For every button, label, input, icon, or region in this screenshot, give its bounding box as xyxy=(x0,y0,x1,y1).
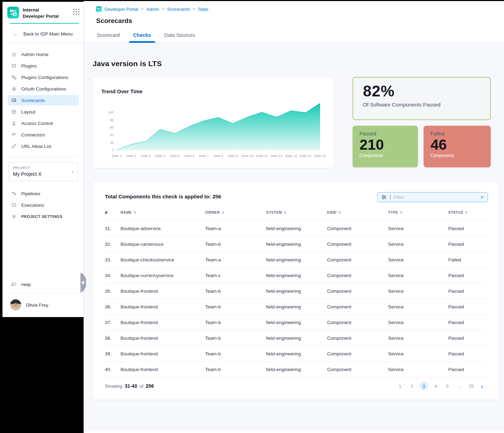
svg-text:Date 4: Date 4 xyxy=(155,154,165,158)
sidebar-item-oauth-configurations[interactable]: OAuth Configurations xyxy=(8,84,79,94)
page-ellipsis: ... xyxy=(455,382,464,390)
sidebar-item-project-settings[interactable]: PROJECT SETTINGS xyxy=(8,211,79,222)
page-number[interactable]: 2 xyxy=(408,382,416,390)
page-number[interactable]: 4 xyxy=(432,382,440,390)
column-header-type[interactable]: TYPE⇅ xyxy=(388,210,448,214)
chevron-right-icon: › xyxy=(72,168,74,175)
filter-input[interactable]: Filter ✕ xyxy=(377,192,488,202)
sort-icon[interactable]: ⇅ xyxy=(338,211,341,214)
sort-icon[interactable]: ⇅ xyxy=(400,211,403,214)
sidebar-item-plugins[interactable]: Plugins xyxy=(8,61,79,71)
user-profile[interactable]: Olivia Frey xyxy=(3,295,84,317)
svg-text:80: 80 xyxy=(110,118,114,122)
breadcrumb: Developer Portal > Admin > Scorecards > … xyxy=(96,6,504,12)
sidebar-item-admin-home[interactable]: Admin Home xyxy=(8,49,79,60)
tab-scorecard[interactable]: Scorecard xyxy=(97,32,120,42)
pagination: Showing 31-40 of 256 1 2 3 4 5 ... 25 › xyxy=(105,377,487,395)
svg-text:100: 100 xyxy=(108,110,114,114)
admin-nav: Admin Home Plugins Plugins Configuration… xyxy=(3,43,84,152)
breadcrumb-separator: > xyxy=(193,7,195,11)
app-switcher-icon[interactable] xyxy=(73,9,79,15)
svg-text:Date 7: Date 7 xyxy=(199,154,209,158)
table-row[interactable]: 36.Boutique-frontendTeam-bfield-engineer… xyxy=(105,299,487,314)
sidebar: Internal Developer Portal ← Back to IDP … xyxy=(3,2,84,317)
column-header-name[interactable]: NAME⇅ xyxy=(121,210,205,214)
tab-bar: Scorecard Checks Data Sources xyxy=(96,32,504,42)
developer-portal-logo-icon xyxy=(96,6,102,12)
table-row[interactable]: 37.Boutique-frontendTeam-bfield-engineer… xyxy=(105,314,487,330)
page-number[interactable]: 25 xyxy=(467,382,475,390)
status-value: Failed xyxy=(448,257,487,262)
sidebar-item-help[interactable]: Help xyxy=(8,279,79,290)
table-row[interactable]: 33.Boutique-checkoutserviceTeam-afield-e… xyxy=(105,252,487,267)
svg-text:Date 5: Date 5 xyxy=(170,154,180,158)
sidebar-item-executions[interactable]: Executions xyxy=(8,200,79,210)
filter-placeholder: Filter xyxy=(394,195,404,200)
sidebar-item-connectors[interactable]: Connectors xyxy=(8,129,79,140)
breadcrumb-stats[interactable]: Stats xyxy=(198,7,208,12)
failed-card: Failed 46 Components xyxy=(424,126,491,167)
column-header-kind[interactable]: KIND⇅ xyxy=(327,210,388,214)
next-page-button[interactable]: › xyxy=(481,383,483,389)
sidebar-item-scorecards[interactable]: Scorecards xyxy=(8,95,79,105)
idp-logo-icon xyxy=(7,7,19,18)
table-row[interactable]: 40.Boutique-frontendTeam-bfield-engineer… xyxy=(105,361,487,377)
sidebar-item-layout[interactable]: Layout xyxy=(8,107,79,117)
back-to-main-menu[interactable]: ← Back to IDP Main Menu xyxy=(3,24,84,43)
tab-data-sources[interactable]: Data Sources xyxy=(164,32,195,42)
help-chat-icon xyxy=(11,282,17,287)
table-row[interactable]: 32.Boutique-carservuceTeam-bfield-engine… xyxy=(105,236,487,252)
breadcrumb-developer-portal[interactable]: Developer Portal xyxy=(104,7,138,12)
sidebar-item-plugins-configurations[interactable]: Plugins Configurations xyxy=(8,72,79,82)
table-row[interactable]: 39.Boutique-frontendTeam-bfield-engineer… xyxy=(105,346,487,361)
sort-icon[interactable]: ⇅ xyxy=(222,211,225,214)
table-row[interactable]: 31.Boutique-adserviceTeam-afield-enginee… xyxy=(105,220,487,236)
status-value: Passed xyxy=(448,351,487,356)
column-header-status[interactable]: STATUS⇅ xyxy=(448,210,487,214)
breadcrumb-admin[interactable]: Admin xyxy=(146,7,159,12)
column-header-system[interactable]: SYSTEM⇅ xyxy=(266,210,327,214)
page-number[interactable]: 3 xyxy=(420,382,428,390)
sort-icon[interactable]: ⇅ xyxy=(284,211,287,214)
app-screen: Developer Portal > Admin > Scorecards > … xyxy=(0,0,504,433)
passed-caption: Components xyxy=(359,153,411,158)
tab-checks[interactable]: Checks xyxy=(133,32,151,42)
table-row[interactable]: 34.Boutique-currencyserviceTeam-cfield-e… xyxy=(105,267,487,283)
sidebar-item-access-control[interactable]: Access Control xyxy=(8,118,79,128)
sidebar-header: Internal Developer Portal xyxy=(3,2,84,23)
lock-icon xyxy=(11,86,17,92)
sidebar-spacer xyxy=(3,223,84,278)
svg-text:Date 6: Date 6 xyxy=(185,154,194,158)
svg-text:Date 12: Date 12 xyxy=(271,154,282,158)
sidebar-app-title: Internal Developer Portal xyxy=(23,7,70,19)
project-selector[interactable]: PROJECT My Project X › xyxy=(8,162,78,181)
column-header-owner[interactable]: OWNER⇅ xyxy=(205,210,266,214)
passed-value: 210 xyxy=(359,137,411,152)
person-icon xyxy=(11,120,17,126)
passed-label: Passed xyxy=(359,131,411,136)
home-icon xyxy=(11,52,17,57)
plugin-icon xyxy=(11,63,17,69)
sidebar-divider xyxy=(8,157,78,157)
executions-play-icon xyxy=(11,202,17,208)
sidebar-item-pipelines[interactable]: Pipelines xyxy=(8,188,79,199)
sidebar-item-url-allow-list[interactable]: URL Allow List xyxy=(8,141,79,151)
clear-filter-button[interactable]: ✕ xyxy=(480,195,484,200)
svg-text:Date 14: Date 14 xyxy=(300,154,311,158)
page-number[interactable]: 1 xyxy=(396,382,404,390)
breadcrumb-scorecards[interactable]: Scorecards xyxy=(167,7,190,12)
passed-failed-row: Passed 210 Components Failed 46 Componen… xyxy=(352,126,491,167)
sort-icon[interactable]: ⇅ xyxy=(465,211,468,214)
status-value: Passed xyxy=(448,367,487,372)
summary-column: 82% Of Software Components Passed Passed… xyxy=(352,77,491,168)
passed-card: Passed 210 Components xyxy=(352,126,418,167)
pagination-summary: Showing 31-40 of 256 xyxy=(105,383,154,389)
window-top-border xyxy=(0,0,504,1)
check-title: Java version is LTS xyxy=(93,60,499,68)
page-number[interactable]: 5 xyxy=(443,382,452,390)
components-table-card: Total Components this check is applied t… xyxy=(92,181,499,400)
status-value: Passed xyxy=(448,242,487,247)
table-row[interactable]: 35.Boutique-frontendTeam-bfield-engineer… xyxy=(105,283,487,299)
table-row[interactable]: 38.Boutique-frontendTeam-bfield-engineer… xyxy=(105,330,487,346)
sort-icon[interactable]: ⇅ xyxy=(134,211,137,214)
